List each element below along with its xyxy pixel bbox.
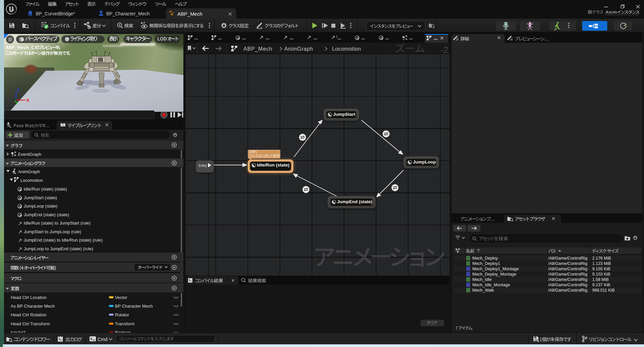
- svg-text:Y: Y: [15, 101, 18, 105]
- svg-text:Z: Z: [17, 87, 20, 92]
- svg-text:X: X: [26, 98, 29, 103]
